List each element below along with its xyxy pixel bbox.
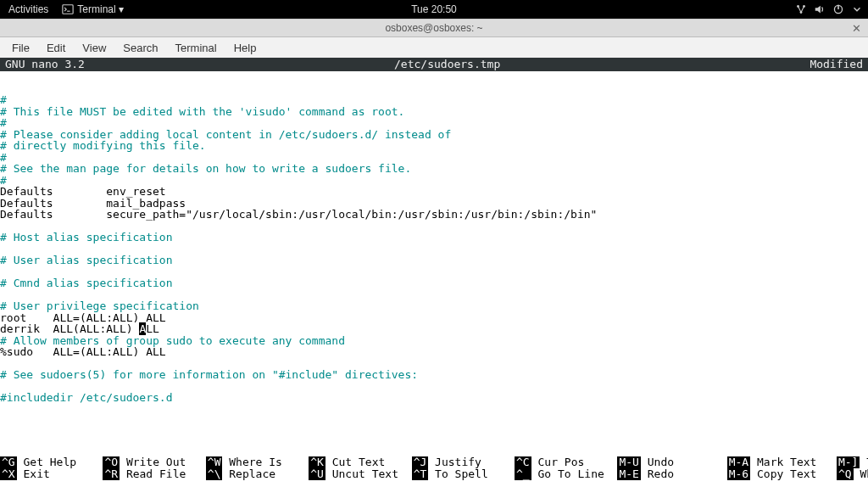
shortcut-label: Redo xyxy=(641,467,727,480)
nano-modified: Modified xyxy=(810,58,863,71)
shortcut-label: Uncut Text xyxy=(326,467,412,480)
close-button[interactable]: ✕ xyxy=(852,22,861,35)
window-title: osboxes@osboxes: ~ xyxy=(385,22,482,34)
nano-shortcuts: ^G Get Help ^O Write Out ^W Where Is ^K … xyxy=(0,456,868,487)
shortcut-label: Undo xyxy=(641,456,727,468)
shortcut-label: Read File xyxy=(120,467,206,480)
shortcut-label: Where Was xyxy=(854,467,868,480)
shortcut-key: ^W xyxy=(206,456,223,468)
chevron-down-icon[interactable] xyxy=(851,3,863,15)
shortcut-label: To Spell xyxy=(428,467,515,480)
shortcut-label: Where Is xyxy=(222,456,309,468)
svg-rect-0 xyxy=(63,5,73,14)
shortcut-key: M-] xyxy=(837,456,860,468)
editor-line: # See sudoers(5) for more information on… xyxy=(0,368,418,381)
network-icon[interactable] xyxy=(795,3,807,15)
terminal-icon xyxy=(62,3,74,15)
menu-file[interactable]: File xyxy=(5,39,36,57)
editor-line: # See the man page for details on how to… xyxy=(0,162,411,175)
menu-search[interactable]: Search xyxy=(116,39,164,57)
terminal-menu-label: Terminal ▾ xyxy=(77,3,124,15)
editor-line: # Host alias specification xyxy=(0,231,173,244)
shortcut-label: To Bracket xyxy=(860,456,868,468)
shortcut-key: ^X xyxy=(0,468,17,480)
shortcut-label: Cur Pos xyxy=(531,456,618,468)
shortcut-label: Mark Text xyxy=(750,456,837,468)
shortcut-label: Copy Text xyxy=(750,467,837,480)
shortcut-label: Justify xyxy=(428,456,515,468)
editor-line: #includedir /etc/sudoers.d xyxy=(0,391,173,404)
editor-line: # This file MUST be edited with the 'vis… xyxy=(0,105,404,118)
power-icon[interactable] xyxy=(832,3,844,15)
editor-line: # Cmnd alias specification xyxy=(0,277,173,289)
menu-edit[interactable]: Edit xyxy=(40,39,72,57)
shortcut-key: ^\ xyxy=(206,468,223,480)
window-titlebar: osboxes@osboxes: ~ ✕ xyxy=(0,19,868,37)
shortcut-key: ^J xyxy=(412,456,429,468)
shortcut-label: Get Help xyxy=(17,456,103,468)
editor-line: Defaults secure_path="/usr/local/sbin:/u… xyxy=(0,208,597,221)
shortcut-key: ^T xyxy=(412,468,429,480)
shortcut-key: M-6 xyxy=(727,468,750,480)
activities-button[interactable]: Activities xyxy=(5,2,52,17)
shortcut-key: ^R xyxy=(103,468,120,480)
nano-editor[interactable]: # # This file MUST be edited with the 'v… xyxy=(0,71,868,456)
shortcut-key: ^G xyxy=(0,456,17,468)
menu-help[interactable]: Help xyxy=(227,39,264,57)
shortcut-label: Write Out xyxy=(120,456,206,468)
shortcut-key: ^K xyxy=(309,456,326,468)
terminal-menubar: File Edit View Search Terminal Help xyxy=(0,37,868,58)
menu-view[interactable]: View xyxy=(75,39,113,57)
gnome-topbar: Activities Terminal ▾ Tue 20:50 xyxy=(0,0,868,19)
nano-version: GNU nano 3.2 xyxy=(5,58,85,71)
menu-terminal[interactable]: Terminal xyxy=(169,39,224,57)
shortcut-key: ^O xyxy=(103,456,120,468)
shortcut-key: ^Q xyxy=(837,468,854,480)
shortcut-label: Go To Line xyxy=(531,467,618,480)
volume-icon[interactable] xyxy=(814,3,826,15)
shortcut-key: M-E xyxy=(617,468,640,480)
nano-filename: /etc/sudoers.tmp xyxy=(85,58,810,71)
shortcut-label: Replace xyxy=(222,467,309,480)
nano-header: GNU nano 3.2 /etc/sudoers.tmp Modified xyxy=(0,58,868,71)
shortcut-key: ^U xyxy=(309,468,326,480)
terminal-menu[interactable]: Terminal ▾ xyxy=(58,2,127,17)
editor-line: # directly modifying this file. xyxy=(0,139,206,152)
editor-line: %sudo ALL=(ALL:ALL) ALL xyxy=(0,345,166,358)
shortcut-key: M-U xyxy=(617,456,640,468)
shortcut-label: Cut Text xyxy=(326,456,412,468)
editor-line: # User alias specification xyxy=(0,254,173,266)
shortcut-label: Exit xyxy=(17,467,103,480)
shortcut-key: ^C xyxy=(515,456,531,468)
shortcut-key: ^_ xyxy=(515,468,531,480)
shortcut-key: M-A xyxy=(727,456,750,468)
clock[interactable]: Tue 20:50 xyxy=(408,2,460,17)
